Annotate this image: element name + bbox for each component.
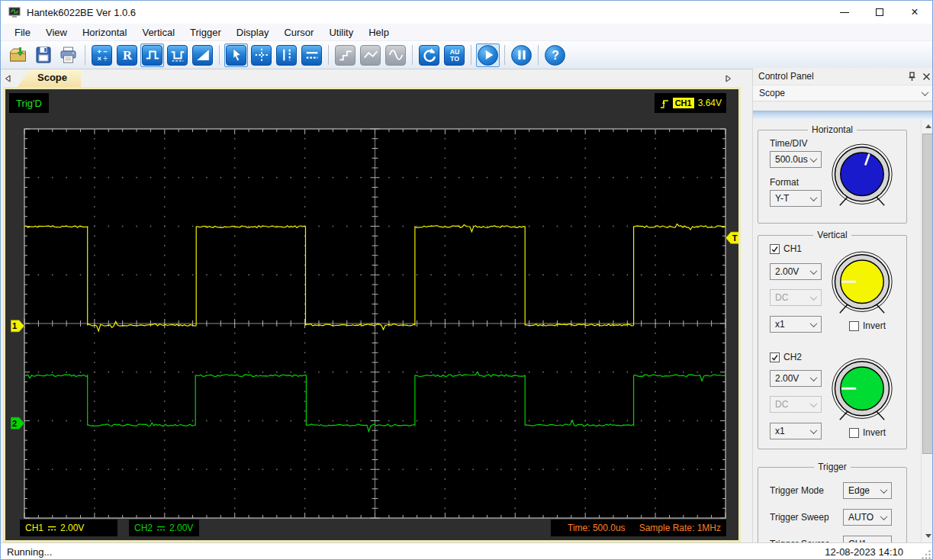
control-panel-header: Control Panel [753,68,933,85]
time-div-label: Time/DIV [770,138,808,149]
tab-scroll-right-button[interactable] [722,69,735,87]
control-panel-title: Control Panel [758,71,814,82]
help-button[interactable]: ? [545,45,565,66]
save-button[interactable] [33,45,53,66]
help-icon: ? [547,47,564,63]
pulse-rise-button[interactable] [142,45,162,66]
ch2-ground-marker[interactable]: 2 [11,417,24,430]
svg-text:R: R [123,48,133,63]
ch1-scale-select-value: 2.00V [775,266,799,277]
toolbar-separator [412,45,413,65]
play-button[interactable] [478,45,498,66]
close-icon: × [911,6,918,18]
chevron-down-icon [810,426,818,434]
reference-button[interactable]: R [117,45,137,66]
linear-interp-icon [362,47,379,63]
horizontal-cursors-button[interactable] [301,45,322,66]
chevron-down-icon [810,155,818,163]
ch2-probe-select[interactable]: x1 [770,423,822,439]
menu-trigger[interactable]: Trigger [182,25,229,40]
ch2-invert-label: Invert [863,427,886,438]
ch2-coupling-value: DC [775,399,788,410]
close-button[interactable]: × [897,1,932,24]
chevron-down-icon [880,486,888,494]
maximize-button[interactable] [862,1,897,24]
trigger-sweep-select[interactable]: AUTO [843,509,892,526]
chevron-down-icon [922,89,929,96]
menu-view[interactable]: View [38,25,75,40]
chevron-down-icon [880,513,888,520]
play-icon [480,47,497,63]
ch2-position-knob[interactable] [831,357,893,424]
checkbox-unchecked-icon [849,428,859,438]
ch1-position-knob[interactable] [831,250,893,317]
menu-help[interactable]: Help [361,25,397,40]
refresh-button[interactable] [419,45,439,66]
print-button[interactable] [58,45,79,66]
menu-horizontal[interactable]: Horizontal [75,25,135,40]
toolbar-separator [504,45,505,65]
triangle-down-icon [925,534,931,538]
minimize-button[interactable] [827,1,862,24]
panel-mode-value: Scope [759,88,785,98]
horizontal-position-knob[interactable] [831,143,893,210]
trigger-mode-select[interactable]: Edge [843,482,892,499]
chevron-down-icon [810,400,818,407]
scrollbar-thumb[interactable] [922,134,933,454]
auto-set-button[interactable]: AUTO [444,45,465,66]
chevron-down-icon [810,374,818,381]
trigger-group-legend: Trigger [814,462,851,472]
datetime-text: 12-08-2023 14:10 [825,546,903,558]
open-button[interactable] [8,45,28,66]
chevron-down-icon [810,293,818,301]
chevron-down-icon [810,320,818,327]
time-div-select[interactable]: 500.0us [770,151,822,168]
menu-file[interactable]: File [7,25,38,40]
vertical-cursors-button[interactable] [276,45,297,66]
chevron-down-icon [810,267,818,275]
close-panel-icon[interactable] [922,72,931,81]
ch1-invert-checkbox[interactable]: Invert [849,320,886,331]
tab-scope[interactable]: Scope [18,69,81,87]
pause-button[interactable] [511,45,532,66]
tab-scroll-left-button[interactable] [1,69,14,87]
pin-icon[interactable] [908,72,916,82]
control-panel-scrollbar[interactable] [921,120,933,542]
chevron-left-icon [5,75,11,82]
menu-utility[interactable]: Utility [321,25,361,40]
panel-mode-select[interactable]: Scope [753,85,933,101]
trigger-source-select[interactable]: CH1 [843,536,892,542]
menu-display[interactable]: Display [229,25,277,40]
scroll-down-button[interactable] [922,529,933,542]
ch2-enable-checkbox[interactable]: CH2 [770,352,802,362]
ch2-scale-readout: CH2 2.00V [129,520,199,536]
math-icon: + −× ÷ [94,47,111,63]
chevron-down-icon [810,194,818,201]
scroll-up-button[interactable] [922,120,933,133]
ch2-scale-select[interactable]: 2.00V [770,370,822,387]
ch1-ground-marker[interactable]: 1 [11,320,24,332]
refresh-icon [421,47,438,63]
trigger-group: Trigger [758,462,907,542]
timebase-readout: Time: 500.0us Sample Rate: 1MHz [551,520,726,536]
menu-vertical[interactable]: Vertical [134,25,182,40]
ch1-scale-select[interactable]: 2.00V [770,263,822,280]
ch1-enable-checkbox[interactable]: CH1 [770,243,802,254]
resize-grip[interactable] [921,549,931,560]
svg-text:× ÷: × ÷ [97,55,107,63]
trigger-level-marker[interactable]: T [725,232,738,244]
print-icon [59,46,78,64]
math-button[interactable]: + −× ÷ [92,45,112,66]
ch2-scale-select-value: 2.00V [775,373,799,384]
ch2-invert-checkbox[interactable]: Invert [849,427,886,438]
ch1-probe-select[interactable]: x1 [770,316,822,333]
menu-cursor[interactable]: Cursor [276,25,321,40]
ch2-scale-value: 2.00V [169,523,193,533]
pulse-fall-button[interactable] [167,45,188,66]
ramp-button[interactable] [192,45,213,66]
reference-icon: R [119,47,136,63]
app-icon [8,7,21,18]
grid-cursor-button[interactable] [251,45,272,66]
format-select[interactable]: Y-T [770,190,822,207]
cursor-arrow-button[interactable] [226,45,246,66]
